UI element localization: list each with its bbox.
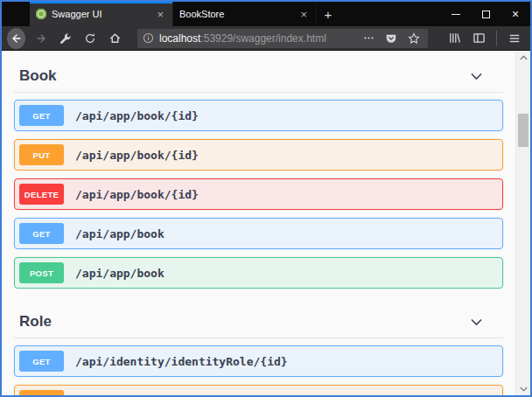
url-bar[interactable]: localhost:53929/swagger/index.html [137,29,428,48]
url-host: localhost [159,32,200,45]
titlebar: Swagger UI × BookStore × + × [2,2,530,26]
wrench-icon [60,32,72,45]
method-badge: GET [19,105,64,126]
tab-title: BookStore [179,9,292,19]
endpoint-path: /api/app/book/{id} [75,109,199,122]
endpoint-row[interactable]: POST/api/app/book [14,257,503,289]
api-section-role: RoleGET/api/identity/identityRole/{id}PU… [12,296,505,395]
vertical-scrollbar[interactable] [515,51,530,395]
titlebar-drag-space [340,2,441,26]
endpoint-row[interactable]: PUT/api/identity/identityRole/{id} [14,385,503,395]
scrollbar-thumb[interactable] [518,114,528,147]
library-icon [448,31,461,45]
library-button[interactable] [444,28,465,49]
endpoint-path: /api/app/book/{id} [75,149,199,162]
endpoint-path: /api/identity/identityRole/{id} [75,394,288,396]
forward-button[interactable] [31,28,52,49]
minimize-button[interactable] [441,2,471,26]
tab-close-icon[interactable]: × [298,7,310,22]
method-badge: GET [19,223,64,244]
endpoint-row[interactable]: DELETE/api/app/book/{id} [14,178,503,210]
endpoint-path: /api/app/book [75,267,164,280]
section-title: Role [19,313,52,331]
titlebar-drag-space [2,2,30,26]
reload-icon [84,32,96,45]
browser-window: Swagger UI × BookStore × + × [0,0,532,397]
endpoint-row[interactable]: GET/api/app/book/{id} [14,100,503,131]
endpoint-path: /api/app/book [75,227,164,240]
endpoint-row[interactable]: GET/api/identity/identityRole/{id} [14,345,503,377]
method-badge: GET [19,351,64,372]
developer-tools-button[interactable] [55,28,76,49]
maximize-icon [482,10,490,18]
toolbar-separator [496,31,497,46]
scroll-up-icon [520,55,528,60]
section-title: Book [19,67,57,85]
minimize-icon [452,14,460,15]
window-controls: × [441,2,530,26]
bookmark-star-button[interactable] [405,30,423,47]
navigation-toolbar: localhost:53929/swagger/index.html [2,26,530,51]
chevron-down-icon[interactable] [469,69,484,84]
home-icon [108,31,122,45]
tab-swagger-ui[interactable]: Swagger UI × [30,2,173,26]
site-info-icon [143,32,154,44]
endpoint-row[interactable]: GET/api/app/book [14,218,503,249]
tab-title: Swagger UI [52,9,149,19]
maximize-button[interactable] [471,2,500,26]
section-header[interactable]: Role [12,308,505,336]
method-badge: DELETE [19,184,64,205]
forward-icon [35,32,47,45]
sidebar-toggle-button[interactable] [468,28,489,49]
endpoint-path: /api/app/book/{id} [75,188,199,201]
endpoint-row[interactable]: PUT/api/app/book/{id} [14,139,503,171]
home-button[interactable] [104,28,125,49]
section-header[interactable]: Book [12,62,505,90]
more-dots-icon [363,32,374,44]
close-button[interactable]: × [500,2,530,26]
page-actions-button[interactable] [360,30,377,47]
hamburger-menu-icon [508,32,521,45]
sidebar-icon [472,31,486,45]
close-icon: × [512,8,519,20]
endpoint-path: /api/identity/identityRole/{id} [75,355,288,368]
method-badge: PUT [19,390,64,395]
menu-button[interactable] [504,28,525,49]
new-tab-button[interactable]: + [317,2,340,26]
chevron-down-icon[interactable] [469,315,484,330]
page-content: BookGET/api/app/book/{id}PUT/api/app/boo… [2,51,515,395]
tab-bookstore[interactable]: BookStore × [173,2,317,26]
api-section-book: BookGET/api/app/book/{id}PUT/api/app/boo… [12,51,505,289]
method-badge: POST [19,262,64,283]
section-divider [14,338,503,338]
back-icon [10,32,23,45]
pocket-icon [385,32,397,45]
section-divider [14,92,503,93]
tab-close-icon[interactable]: × [154,7,166,22]
url-text: localhost:53929/swagger/index.html [159,32,354,45]
reload-button[interactable] [80,28,101,49]
scroll-down-button[interactable] [516,382,530,395]
method-badge: PUT [19,144,64,165]
swagger-favicon-icon [36,9,46,19]
star-icon [408,32,420,45]
toolbar-right-icons [444,28,525,49]
url-path: :53929/swagger/index.html [200,32,326,45]
scroll-down-icon [520,387,528,392]
page-viewport: BookGET/api/app/book/{id}PUT/api/app/boo… [2,51,530,395]
pocket-button[interactable] [382,30,400,47]
back-button[interactable] [7,28,25,49]
scroll-up-button[interactable] [516,51,530,64]
